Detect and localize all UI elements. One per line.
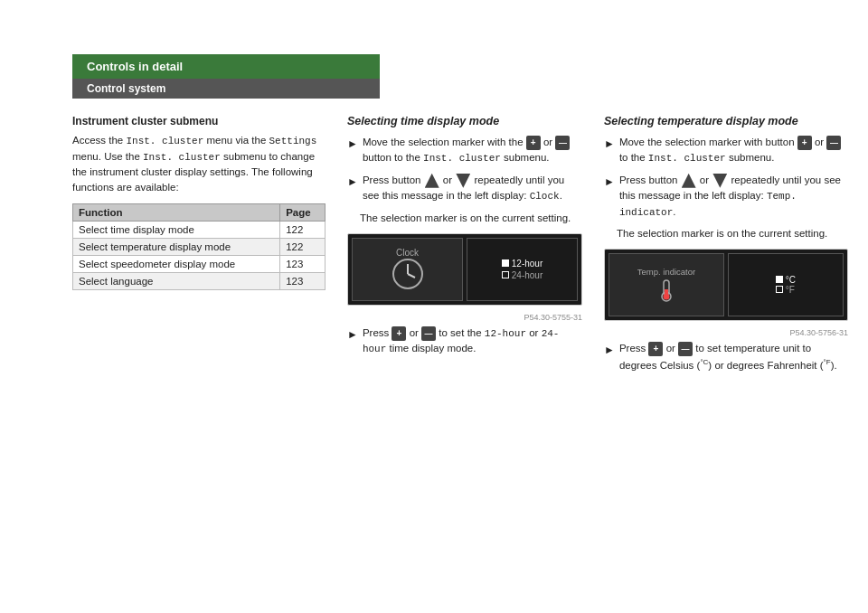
left-column: Instrument cluster submenu Access the In… (72, 115, 326, 380)
content-area: Instrument cluster submenu Access the In… (0, 115, 868, 380)
right-bullet-arrow-1: ► (604, 136, 615, 152)
bullet-arrow-icon: ► (347, 136, 358, 152)
celsius-sup: °C (700, 358, 708, 366)
table-cell-page: 123 (280, 255, 326, 272)
right-bullet-1: ► Move the selection marker with button … (604, 135, 848, 166)
plus-icon (526, 136, 541, 150)
opt-item-celsius: °C (776, 275, 796, 285)
opt-item-12: 12-hour (502, 259, 542, 269)
12-hour-ref: 12-hour (485, 328, 526, 339)
mid-bullet-2-text: Press button or repeatedly until you see… (363, 173, 582, 204)
table-cell-func: Select time display mode (73, 221, 280, 238)
bullet-arrow-icon-3: ► (347, 326, 358, 343)
right-image-panels: Temp. indicator °C (604, 249, 848, 321)
mid-img-caption: P54.30-5755-31 (347, 313, 582, 322)
section-title: Controls in detail (87, 60, 183, 73)
right-inst-cluster-ref: Inst. cluster (648, 153, 726, 164)
right-bullet-1-text: Move the selection marker with button or… (619, 135, 848, 166)
table-col-page: Page (280, 203, 326, 221)
up-arrow-icon (425, 174, 439, 188)
celsius-selected-dot (776, 276, 783, 283)
table-row: Select speedometer display mode 123 (73, 255, 326, 272)
mid-bullet-3: ► Press or to set the 12-hour or 24-hour… (347, 325, 582, 357)
right-minus-icon-1 (826, 136, 841, 150)
fahrenheit-sup: °F (824, 358, 831, 366)
mid-bullet-1: ► Move the selection marker with the or … (347, 135, 582, 166)
mid-image-area: Clock 12-hour (347, 233, 582, 322)
menu-ref-1: Inst. cluster (126, 136, 203, 146)
right-section-title: Selecting temperature display mode (604, 115, 848, 127)
subsection-title: Control system (87, 82, 165, 95)
minus-icon (555, 136, 570, 150)
table-cell-func: Select language (73, 272, 280, 289)
mid-bullet-3-text: Press or to set the 12-hour or 24-hour t… (363, 325, 582, 357)
function-table: Function Page Select time display mode 1… (72, 203, 326, 290)
table-cell-func: Select temperature display mode (73, 238, 280, 255)
temp-icon (653, 277, 680, 304)
down-arrow-icon (456, 174, 470, 188)
selected-dot (502, 259, 509, 267)
mid-note-1: The selection marker is on the current s… (360, 211, 582, 226)
right-panel-2: °C °F (728, 253, 844, 316)
table-row: Select time display mode 122 (73, 221, 326, 238)
plus-icon-2 (392, 326, 406, 341)
right-down-icon (712, 174, 727, 188)
clock-icon (392, 258, 424, 290)
right-bullet-2-text: Press button or repeatedly until you see… (619, 173, 848, 220)
right-up-icon (682, 174, 696, 188)
right-bullet-3-text: Press or to set temperature unit to degr… (619, 341, 848, 373)
unselected-dot (502, 271, 509, 278)
right-panel-1: Temp. indicator (609, 253, 724, 316)
clock-panel-label: Clock (396, 248, 419, 258)
mid-bullet-2: ► Press button or repeatedly until you s… (347, 173, 582, 204)
minus-icon-2 (421, 326, 436, 341)
opt-label-24h: 24-hour (512, 270, 542, 280)
subsection-header: Control system (72, 79, 380, 99)
menu-ref-3: Inst. cluster (143, 152, 221, 163)
mid-column: Selecting time display mode ► Move the s… (347, 115, 582, 380)
right-note-1: The selection marker is on the current s… (617, 226, 848, 241)
clock-ref: Clock (530, 191, 560, 202)
table-row: Select temperature display mode 122 (73, 238, 326, 255)
page-wrapper: Controls in detail Control system Instru… (0, 54, 868, 613)
right-minus-icon-2 (678, 342, 693, 356)
inst-cluster-ref: Inst. cluster (423, 153, 501, 164)
right-img-caption: P54.30-5756-31 (604, 328, 848, 337)
right-column: Selecting temperature display mode ► Mov… (604, 115, 848, 380)
mid-panel-2: 12-hour 24-hour (467, 238, 578, 301)
section-header: Controls in detail (72, 54, 380, 79)
table-cell-func: Select speedometer display mode (73, 255, 280, 272)
table-cell-page: 122 (280, 221, 326, 238)
table-col-function: Function (73, 203, 280, 221)
right-bullet-3: ► Press or to set temperature unit to de… (604, 341, 848, 373)
table-row: Select language 123 (73, 272, 326, 289)
fahrenheit-unselected-dot (776, 286, 783, 293)
temp-panel-options: °C °F (776, 275, 796, 295)
left-intro-para: Access the Inst. cluster menu via the Se… (72, 133, 326, 196)
menu-ref-2: Settings (269, 136, 317, 146)
mid-bullet-1-text: Move the selection marker with the or bu… (363, 135, 582, 166)
mid-section-title: Selecting time display mode (347, 115, 582, 127)
right-bullet-arrow-2: ► (604, 174, 615, 190)
mid-panel-1: Clock (352, 238, 463, 301)
table-cell-page: 123 (280, 272, 326, 289)
temp-indicator-ref: Temp. indicator (619, 191, 797, 218)
left-section-title: Instrument cluster submenu (72, 115, 326, 127)
svg-point-6 (664, 293, 670, 299)
opt-item-24: 24-hour (502, 270, 542, 280)
opt-label-fahrenheit: °F (786, 285, 795, 295)
opt-label-12h: 12-hour (512, 259, 542, 269)
opt-item-fahrenheit: °F (776, 285, 795, 295)
mid-image-panels: Clock 12-hour (347, 233, 582, 306)
right-plus-icon-1 (797, 136, 812, 150)
mid-panel-options: 12-hour 24-hour (502, 258, 542, 281)
right-bullet-2: ► Press button or repeatedly until you s… (604, 173, 848, 220)
opt-label-celsius: °C (786, 275, 796, 285)
table-cell-page: 122 (280, 238, 326, 255)
right-image-area: Temp. indicator °C (604, 249, 848, 337)
svg-line-2 (408, 274, 415, 278)
right-plus-icon-2 (648, 342, 663, 356)
bullet-arrow-icon-2: ► (347, 174, 358, 190)
right-bullet-arrow-3: ► (604, 342, 615, 358)
temp-panel-label: Temp. indicator (637, 267, 695, 277)
